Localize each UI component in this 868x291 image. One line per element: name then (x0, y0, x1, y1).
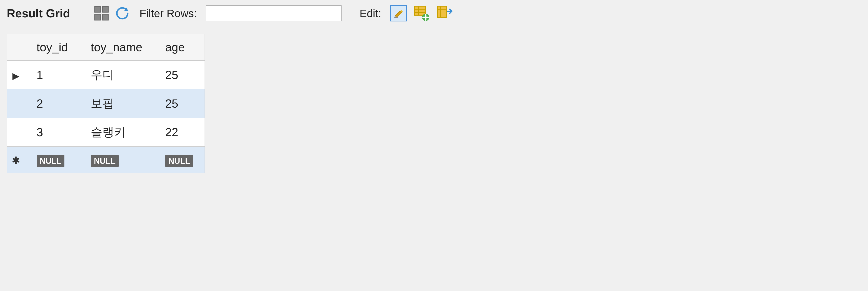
table-header-row: toy_id toy_name age (7, 34, 205, 61)
cell-toy-name[interactable]: 보핍 (79, 89, 154, 118)
svg-rect-7 (414, 6, 426, 15)
bottom-spacer (0, 180, 868, 291)
svg-rect-2 (95, 14, 101, 20)
cell-toy-id-null[interactable]: NULL (25, 147, 79, 173)
col-header-age[interactable]: age (154, 34, 205, 61)
cell-toy-name[interactable]: 우디 (79, 61, 154, 89)
svg-rect-0 (95, 6, 101, 12)
row-arrow-icon: ▶ (12, 71, 20, 81)
cell-toy-id[interactable]: 3 (25, 118, 79, 147)
svg-rect-14 (437, 6, 447, 17)
cell-toy-id[interactable]: 1 (25, 61, 79, 89)
result-table-wrapper: toy_id toy_name age ▶ 1 우디 25 (7, 34, 205, 173)
col-header-toy-name[interactable]: toy_name (79, 34, 154, 61)
table-row[interactable]: 3 슬랭키 22 (7, 118, 205, 147)
edit-pencil-icon[interactable] (391, 5, 407, 22)
cell-age[interactable]: 25 (154, 61, 205, 89)
cell-toy-id[interactable]: 2 (25, 89, 79, 118)
cell-age[interactable]: 25 (154, 89, 205, 118)
cell-age[interactable]: 22 (154, 118, 205, 147)
grid-icon[interactable] (93, 5, 110, 22)
svg-rect-1 (103, 6, 108, 12)
toolbar: Result Grid Filter Rows: Edit: (0, 0, 868, 27)
svg-rect-6 (394, 17, 398, 18)
svg-rect-3 (103, 14, 108, 20)
filter-rows-input[interactable] (206, 5, 342, 21)
null-badge: NULL (37, 155, 65, 167)
edit-label: Edit: (360, 7, 381, 20)
cell-toy-name-null[interactable]: NULL (79, 147, 154, 173)
new-row-star-icon: ✱ (12, 155, 20, 166)
table-row[interactable]: ▶ 1 우디 25 (7, 61, 205, 89)
filter-rows-label: Filter Rows: (140, 7, 197, 20)
content-area: toy_id toy_name age ▶ 1 우디 25 (0, 27, 868, 180)
null-badge: NULL (165, 155, 193, 167)
main-container: Result Grid Filter Rows: Edit: (0, 0, 868, 291)
right-spacer (205, 34, 861, 173)
null-badge: NULL (91, 155, 119, 167)
row-indicator-cell: ▶ (7, 61, 25, 89)
cell-toy-name[interactable]: 슬랭키 (79, 118, 154, 147)
row-indicator-cell: ✱ (7, 147, 25, 173)
col-header-toy-id[interactable]: toy_id (25, 34, 79, 61)
table-row[interactable]: 2 보핍 25 (7, 89, 205, 118)
toolbar-separator (84, 4, 84, 22)
row-indicator-cell (7, 118, 25, 147)
cell-age-null[interactable]: NULL (154, 147, 205, 173)
export-icon[interactable] (436, 5, 453, 22)
col-header-indicator (7, 34, 25, 61)
add-row-icon[interactable] (413, 5, 430, 22)
result-grid-table: toy_id toy_name age ▶ 1 우디 25 (7, 34, 205, 173)
table-row[interactable]: ✱ NULL NULL NULL (7, 147, 205, 173)
result-grid-label: Result Grid (7, 6, 70, 20)
refresh-icon[interactable] (114, 5, 130, 22)
row-indicator-cell (7, 89, 25, 118)
